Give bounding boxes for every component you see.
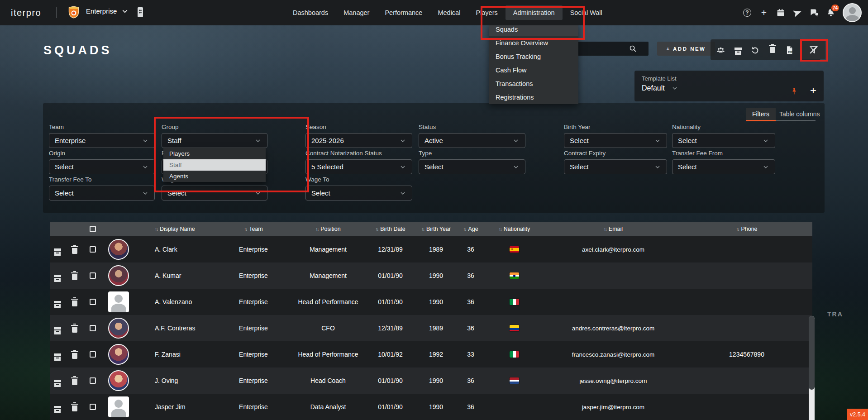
- filter-transfer-fee-from: Transfer Fee From Select: [672, 150, 775, 174]
- table-row[interactable]: A. KumarEnterpriseManagement01/01/901990…: [50, 262, 812, 289]
- nav-performance[interactable]: Performance: [377, 5, 430, 20]
- cell-team: Enterprise: [217, 377, 290, 384]
- wage-from-filter-select[interactable]: Select: [162, 186, 267, 200]
- undo-icon[interactable]: [751, 46, 759, 54]
- notifications-bell-icon[interactable]: 74: [826, 8, 836, 18]
- contract-expiry-filter-select[interactable]: Select: [564, 159, 667, 174]
- nationality-filter-select[interactable]: Select: [672, 133, 775, 148]
- status-filter-select[interactable]: Active: [419, 133, 525, 148]
- row-checkbox[interactable]: [90, 325, 96, 331]
- archive-row-icon[interactable]: [54, 406, 61, 408]
- team-filter-select[interactable]: Enterprise: [49, 133, 155, 148]
- tab-filters[interactable]: Filters: [746, 108, 776, 120]
- table-row[interactable]: A. ClarkEnterpriseManagement12/31/891989…: [50, 236, 812, 262]
- group-option-agents[interactable]: Agents: [163, 171, 266, 182]
- season-filter-select[interactable]: 2025-2026: [305, 133, 412, 148]
- archive-row-icon[interactable]: [54, 248, 61, 251]
- trash-row-icon[interactable]: [72, 379, 77, 385]
- tab-table-columns[interactable]: Table columns: [779, 108, 820, 120]
- nav-dashboards[interactable]: Dashboards: [285, 5, 336, 20]
- transfer-fee-from-filter-select[interactable]: Select: [672, 159, 775, 174]
- row-checkbox[interactable]: [90, 272, 96, 279]
- column-header-phone[interactable]: ↑↓Phone: [681, 226, 812, 232]
- vertical-scrollbar[interactable]: [809, 316, 815, 420]
- row-cell-delete: [65, 350, 84, 359]
- row-cell-avatar: [101, 370, 136, 391]
- archive-row-icon[interactable]: [54, 353, 61, 356]
- transfer-fee-to-filter-select[interactable]: Select: [49, 186, 155, 200]
- row-cell-select: [84, 377, 101, 384]
- table-row[interactable]: J. OvingEnterpriseHead Coach01/01/901990…: [50, 368, 812, 394]
- row-checkbox[interactable]: [90, 404, 96, 410]
- cell-team: Enterprise: [217, 298, 290, 305]
- pin-icon[interactable]: [790, 87, 798, 96]
- column-header-birth-year[interactable]: ↑↓Birth Year: [414, 226, 458, 232]
- send-icon[interactable]: [792, 8, 802, 18]
- table-row[interactable]: A.F. ContrerasEnterpriseCFO12/31/8919893…: [50, 315, 812, 341]
- archive-row-icon[interactable]: [54, 301, 61, 303]
- group-filter-select[interactable]: Staff: [162, 133, 267, 148]
- row-checkbox[interactable]: [90, 299, 96, 305]
- wage-to-filter-select[interactable]: Select: [305, 186, 412, 200]
- cell-position: Data Analyst: [290, 403, 367, 410]
- clear-filters-icon[interactable]: [802, 40, 825, 59]
- row-checkbox[interactable]: [90, 246, 96, 253]
- table-row[interactable]: A. ValenzanoEnterpriseHead of Performanc…: [50, 289, 812, 315]
- column-header-label: Team: [249, 226, 263, 232]
- archive-row-icon[interactable]: [54, 327, 61, 329]
- column-header-team[interactable]: ↑↓Team: [217, 226, 290, 232]
- nav-social-wall[interactable]: Social Wall: [563, 5, 610, 20]
- nav-players[interactable]: Players: [468, 5, 505, 20]
- group-people-icon[interactable]: [716, 46, 725, 54]
- menu-item-bonus-tracking[interactable]: Bonus Tracking: [489, 50, 578, 63]
- trash-row-icon[interactable]: [72, 248, 77, 254]
- column-header-age[interactable]: ↑↓Age: [458, 226, 483, 232]
- search-icon[interactable]: [629, 45, 637, 52]
- trash-row-icon[interactable]: [72, 327, 77, 333]
- table-row[interactable]: F. ZanasiEnterpriseHead of Performance10…: [50, 341, 812, 368]
- nav-administration[interactable]: Administration: [506, 5, 563, 20]
- menu-item-transactions[interactable]: Transactions: [489, 77, 578, 91]
- origin-filter-select[interactable]: Select: [49, 159, 155, 174]
- column-header-label: Age: [468, 226, 478, 232]
- chat-icon[interactable]: [809, 8, 819, 18]
- contract-notarization-filter-select[interactable]: 5 Selected: [305, 159, 412, 174]
- column-header-birth-date[interactable]: ↑↓Birth Date: [367, 226, 414, 232]
- group-option-staff[interactable]: Staff: [163, 159, 266, 171]
- add-template-icon[interactable]: +: [810, 84, 816, 97]
- archive-row-icon[interactable]: [54, 380, 61, 382]
- group-option-players[interactable]: Players: [163, 148, 266, 159]
- export-pdf-icon[interactable]: PDF: [785, 46, 794, 54]
- column-header-nationality[interactable]: ↑↓Nationality: [483, 226, 545, 232]
- organization-icon[interactable]: [136, 6, 145, 18]
- trash-row-icon[interactable]: [72, 301, 77, 306]
- menu-item-cash-flow[interactable]: Cash Flow: [489, 63, 578, 77]
- trash-row-icon[interactable]: [72, 353, 77, 359]
- row-checkbox[interactable]: [90, 377, 96, 384]
- scrollbar-thumb[interactable]: [809, 316, 815, 390]
- help-icon[interactable]: ?: [742, 8, 752, 18]
- row-checkbox[interactable]: [90, 351, 96, 358]
- type-filter-select[interactable]: Select: [419, 159, 525, 174]
- menu-item-finance-overview[interactable]: Finance Overview: [489, 36, 578, 50]
- trash-row-icon[interactable]: [72, 274, 77, 280]
- menu-item-registrations[interactable]: Registrations: [489, 91, 578, 104]
- column-header-position[interactable]: ↑↓Position: [290, 226, 367, 232]
- table-row[interactable]: Jasper JimEnterpriseData Analyst01/01/90…: [50, 394, 812, 420]
- archive-row-icon[interactable]: [54, 275, 61, 277]
- team-selector[interactable]: Enterprise: [86, 7, 129, 15]
- archive-icon[interactable]: [734, 46, 742, 54]
- row-cell-avatar: [101, 318, 136, 339]
- add-icon[interactable]: +: [759, 8, 769, 18]
- trash-icon[interactable]: [768, 46, 777, 54]
- column-header-display-name[interactable]: ↑↓Display Name: [136, 226, 217, 232]
- add-new-button[interactable]: + ADD NEW: [657, 42, 715, 56]
- calendar-icon[interactable]: [776, 8, 786, 18]
- user-avatar[interactable]: [843, 3, 862, 22]
- select-all-checkbox[interactable]: [90, 226, 96, 232]
- trash-row-icon[interactable]: [72, 406, 77, 411]
- nav-manager[interactable]: Manager: [336, 5, 377, 20]
- column-header-email[interactable]: ↑↓Email: [545, 226, 681, 232]
- birth-year-filter-select[interactable]: Select: [564, 133, 667, 148]
- nav-medical[interactable]: Medical: [430, 5, 468, 20]
